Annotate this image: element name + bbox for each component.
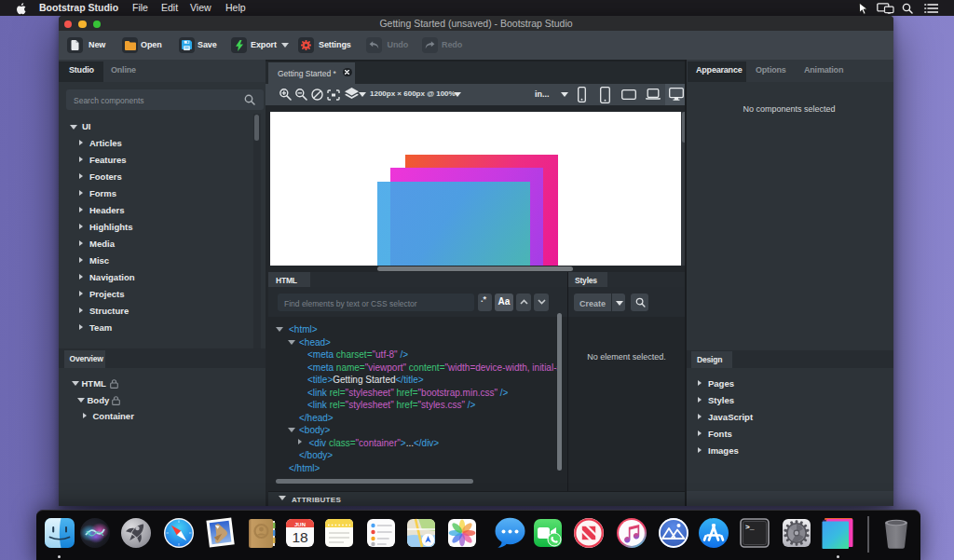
- svg-text:>_: >_: [745, 523, 755, 531]
- svg-text:JUN: JUN: [293, 522, 305, 527]
- svg-text:18: 18: [292, 529, 307, 545]
